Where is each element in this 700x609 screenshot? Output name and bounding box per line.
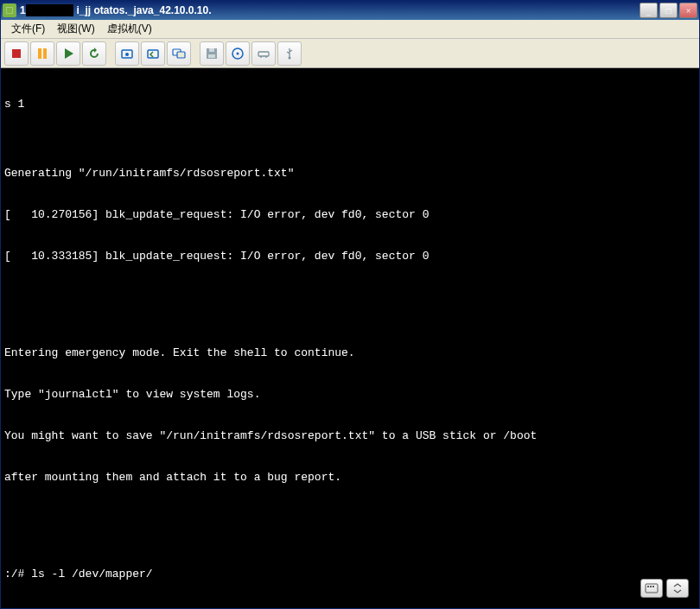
stop-button[interactable] [4, 41, 29, 66]
svg-rect-2 [43, 48, 47, 59]
console-line: :/# ls -l /dev/mapper/ [4, 568, 696, 581]
vm-console[interactable]: s 1 Generating "/run/initramfs/rdsosrepo… [1, 68, 699, 608]
menubar: 文件(F) 视图(W) 虚拟机(V) [1, 20, 699, 39]
fullscreen-button[interactable] [666, 579, 689, 598]
vsphere-icon [3, 3, 16, 17]
console-line: [ 10.333185] blk_update_request: I/O err… [4, 250, 696, 263]
vm-console-window: 1.2.10.0.10 i_jj otatos._java_42.10.0.10… [0, 0, 700, 609]
play-button[interactable] [56, 41, 80, 66]
network-button[interactable] [251, 41, 276, 66]
snapshot-take-button[interactable] [115, 41, 139, 66]
console-line: Type "journalctl" to view system logs. [4, 388, 696, 402]
window-title: 1.2.10.0.10 i_jj otatos._java_42.10.0.10… [20, 4, 640, 16]
pause-button[interactable] [30, 41, 54, 66]
menu-view[interactable]: 视图(W) [52, 20, 99, 38]
menu-file[interactable]: 文件(F) [6, 20, 50, 38]
maximize-button[interactable]: □ [659, 3, 678, 18]
svg-rect-10 [208, 54, 215, 58]
svg-point-4 [125, 53, 129, 56]
floppy-button[interactable] [200, 41, 224, 66]
svg-rect-9 [209, 48, 214, 52]
console-line: s 1 [4, 98, 696, 111]
console-line: Entering emergency mode. Exit the shell … [4, 346, 696, 360]
window-controls: _ □ × [640, 3, 697, 18]
reset-button[interactable] [82, 41, 106, 66]
svg-rect-1 [38, 48, 41, 59]
svg-rect-18 [652, 586, 654, 587]
toolbar [1, 39, 699, 68]
svg-point-12 [237, 52, 239, 54]
titlebar[interactable]: 1.2.10.0.10 i_jj otatos._java_42.10.0.10… [1, 1, 699, 20]
close-button[interactable]: × [679, 3, 697, 18]
console-line: Generating "/run/initramfs/rdsosreport.t… [4, 167, 696, 181]
svg-rect-13 [258, 52, 269, 56]
console-line: [ 10.270156] blk_update_request: I/O err… [4, 208, 696, 222]
snapshot-manage-button[interactable] [167, 41, 191, 66]
console-line: after mounting them and attach it to a b… [4, 471, 696, 485]
usb-button[interactable] [277, 41, 302, 66]
svg-rect-7 [177, 52, 185, 58]
send-ctrl-alt-del-button[interactable] [640, 579, 663, 598]
console-floating-toolbar [640, 579, 689, 598]
svg-point-14 [289, 56, 291, 59]
minimize-button[interactable]: _ [640, 3, 658, 18]
svg-rect-16 [647, 586, 649, 587]
svg-rect-15 [646, 584, 658, 593]
menu-vm[interactable]: 虚拟机(V) [102, 20, 157, 38]
svg-rect-17 [650, 586, 652, 587]
svg-rect-0 [12, 49, 21, 58]
cdrom-button[interactable] [226, 41, 250, 66]
snapshot-revert-button[interactable] [141, 41, 165, 66]
console-line: You might want to save "/run/initramfs/r… [4, 429, 696, 443]
